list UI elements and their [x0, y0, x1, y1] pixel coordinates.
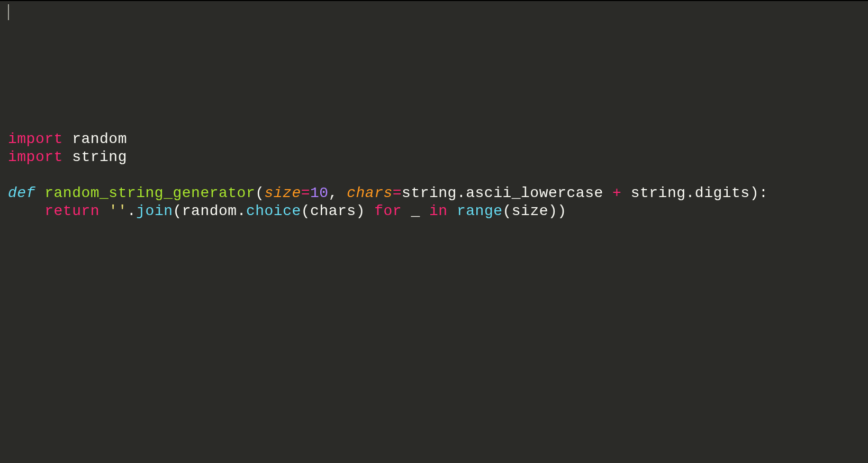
keyword-import: import — [8, 131, 63, 147]
code-line[interactable]: import string — [8, 149, 127, 165]
space — [100, 203, 108, 219]
param-chars: chars — [347, 185, 393, 201]
equals: = — [393, 185, 402, 201]
rparen: ) — [356, 203, 375, 219]
keyword-return: return — [44, 203, 100, 219]
param-size: size — [265, 185, 301, 201]
space — [63, 149, 72, 165]
identifier-string: string — [631, 185, 686, 201]
dot: . — [127, 203, 136, 219]
dot: . — [237, 203, 246, 219]
text-cursor — [8, 4, 9, 20]
indent — [8, 203, 44, 219]
lparen: ( — [173, 203, 182, 219]
code-content[interactable]: import random import string def random_s… — [8, 4, 868, 220]
identifier-size: size — [512, 203, 548, 219]
space — [63, 131, 72, 147]
method-choice: choice — [246, 203, 301, 219]
keyword-in: in — [429, 203, 448, 219]
plus: + — [612, 185, 621, 201]
dot: . — [457, 185, 466, 201]
space — [448, 203, 457, 219]
function-name: random_string_generator — [44, 185, 255, 201]
space — [621, 185, 630, 201]
code-line[interactable]: return ''.join(random.choice(chars) for … — [8, 203, 567, 219]
rparen: )) — [548, 203, 567, 219]
underscore: _ — [402, 203, 429, 219]
dot: . — [686, 185, 695, 201]
keyword-import: import — [8, 149, 63, 165]
module-random: random — [72, 131, 127, 147]
code-line[interactable]: def random_string_generator(size=10, cha… — [8, 185, 768, 201]
identifier-string: string — [402, 185, 457, 201]
module-string: string — [72, 149, 127, 165]
code-editor[interactable]: import random import string def random_s… — [0, 1, 868, 220]
lparen: ( — [255, 185, 264, 201]
string-empty: '' — [108, 203, 127, 219]
keyword-def: def — [8, 185, 35, 201]
comma: , — [329, 185, 347, 201]
lparen: ( — [301, 203, 310, 219]
builtin-range: range — [457, 203, 503, 219]
identifier-random: random — [182, 203, 237, 219]
equals: = — [301, 185, 310, 201]
identifier-chars: chars — [310, 203, 356, 219]
identifier-ascii-lowercase: ascii_lowercase — [466, 185, 612, 201]
code-line[interactable]: import random — [8, 131, 127, 147]
lparen: ( — [503, 203, 512, 219]
keyword-for: for — [374, 203, 402, 219]
number-10: 10 — [310, 185, 329, 201]
method-join: join — [136, 203, 173, 219]
space — [35, 185, 44, 201]
identifier-digits: digits — [695, 185, 750, 201]
rparen-colon: ): — [750, 185, 768, 201]
